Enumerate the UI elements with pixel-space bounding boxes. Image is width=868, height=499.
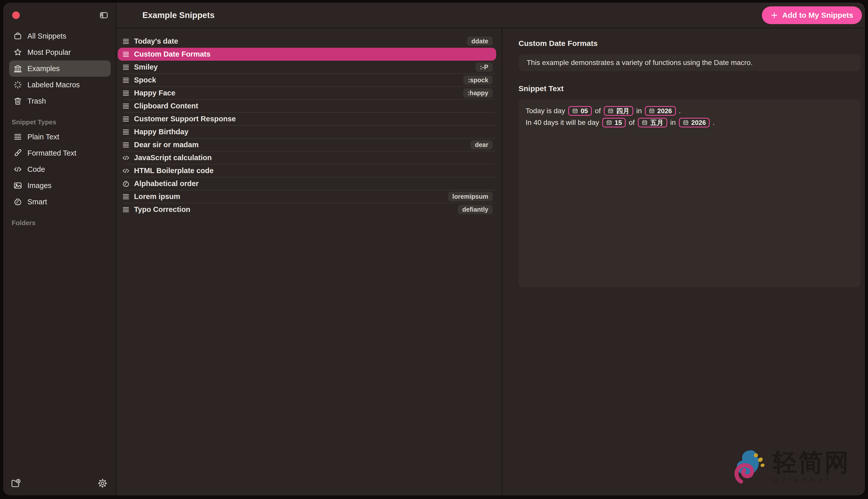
- sidebar-type-smart[interactable]: Smart: [9, 194, 111, 210]
- snippet-abbreviation-badge: loremipsum: [448, 192, 493, 201]
- snippet-row-title: JavaScript calculation: [134, 154, 212, 162]
- sidebar-item-examples[interactable]: Examples: [9, 60, 111, 77]
- date-macro-value: 05: [581, 107, 588, 115]
- snippet-row-customer-support-response[interactable]: Customer Support Response: [118, 112, 496, 125]
- date-macro-value: 四月: [616, 107, 629, 115]
- sidebar-item-most-popular[interactable]: Most Popular: [9, 44, 111, 60]
- snippet-row-title: Happy Face: [134, 89, 175, 97]
- sidebar-type-code[interactable]: Code: [9, 161, 111, 178]
- lines-icon: [13, 132, 22, 142]
- lines-icon: [122, 115, 130, 123]
- content: Today's dateddateCustom Date FormatsSmil…: [117, 28, 865, 496]
- date-macro-token: 15: [602, 118, 626, 127]
- calendar-icon: [641, 120, 648, 126]
- sidebar-item-label: Labeled Macros: [27, 81, 80, 89]
- date-macro-value: 15: [615, 119, 622, 127]
- snippet-abbreviation-badge: :-P: [476, 62, 493, 72]
- sidebar-item-label: All Snippets: [27, 32, 66, 40]
- snippet-row-title: Today's date: [134, 37, 178, 46]
- snippet-row-custom-date-formats[interactable]: Custom Date Formats: [118, 48, 496, 61]
- sidebar-types-nav: Plain TextFormatted TextCodeImagesSmart: [3, 129, 116, 210]
- app-window: All SnippetsMost PopularExamplesLabeled …: [3, 2, 865, 496]
- calendar-icon: [572, 108, 578, 114]
- date-macro-token: 2026: [679, 118, 710, 127]
- date-macro-value: 五月: [650, 118, 663, 127]
- settings-gear-icon[interactable]: [97, 478, 108, 488]
- snippet-row-lorem-ipsum[interactable]: Lorem ipsumloremipsum: [118, 190, 496, 203]
- snippet-text-box: Today is day05of四月in2026.In 40 days it w…: [518, 99, 860, 287]
- lines-icon: [122, 37, 130, 46]
- bank-icon: [13, 64, 22, 73]
- snippet-row-javascript-calculation[interactable]: JavaScript calculation: [118, 151, 496, 164]
- lines-icon: [122, 141, 130, 149]
- snippet-abbreviation-badge: :spock: [463, 75, 493, 85]
- sidebar-item-label: Images: [27, 182, 51, 190]
- brain-icon: [122, 180, 130, 188]
- snippet-abbreviation-badge: defiantly: [458, 205, 493, 214]
- titlebar: Example Snippets Add to My Snippets: [117, 2, 865, 28]
- snippet-text-segment: .: [679, 107, 681, 115]
- add-to-my-snippets-button[interactable]: Add to My Snippets: [762, 7, 862, 24]
- code-icon: [122, 154, 130, 162]
- snippet-row-html-boilerplate-code[interactable]: HTML Boilerplate code: [118, 164, 496, 177]
- date-macro-value: 2026: [657, 107, 672, 115]
- snippet-row-title: Happy Birthday: [134, 128, 188, 136]
- snippet-row-title: Alphabetical order: [134, 180, 199, 188]
- code-icon: [13, 165, 22, 174]
- add-button-label: Add to My Snippets: [782, 11, 853, 20]
- snippet-row-title: Clipboard Content: [134, 102, 198, 110]
- snippet-abbreviation-badge: :happy: [463, 88, 493, 98]
- date-macro-token: 05: [568, 106, 592, 116]
- sidebar-item-label: Examples: [27, 64, 60, 73]
- snippet-description: This example demonstrates a variety of f…: [527, 59, 753, 67]
- sidebar-type-plain-text[interactable]: Plain Text: [9, 129, 111, 145]
- main-area: Example Snippets Add to My Snippets Toda…: [117, 2, 865, 496]
- snippet-text-segment: Today is day: [526, 107, 565, 115]
- sidebar-type-images[interactable]: Images: [9, 178, 111, 194]
- date-macro-token: 五月: [638, 118, 667, 127]
- trash-icon: [13, 96, 22, 106]
- new-folder-icon[interactable]: [11, 478, 21, 488]
- lines-icon: [122, 128, 130, 136]
- date-macro-value: 2026: [692, 119, 706, 127]
- snippet-row-happy-face[interactable]: Happy Face:happy: [118, 87, 496, 99]
- code-icon: [122, 167, 130, 175]
- sidebar: All SnippetsMost PopularExamplesLabeled …: [3, 2, 117, 496]
- sidebar-type-formatted-text[interactable]: Formatted Text: [9, 145, 111, 161]
- sidebar-item-labeled-macros[interactable]: Labeled Macros: [9, 77, 111, 93]
- snippet-text-segment: in: [670, 119, 676, 127]
- image-icon: [13, 181, 22, 190]
- snippet-row-happy-birthday[interactable]: Happy Birthday: [118, 125, 496, 138]
- calendar-icon: [606, 120, 612, 126]
- star-icon: [13, 48, 22, 57]
- folders-label: Folders: [3, 219, 116, 227]
- snippet-row-spock[interactable]: Spock:spock: [118, 74, 496, 87]
- date-macro-token: 四月: [604, 106, 633, 116]
- snippet-list: Today's dateddateCustom Date FormatsSmil…: [117, 28, 502, 496]
- sidebar-item-trash[interactable]: Trash: [9, 93, 111, 109]
- sidebar-library-nav: All SnippetsMost PopularExamplesLabeled …: [3, 28, 116, 109]
- snippet-types-label: Snippet Types: [3, 118, 116, 126]
- snippet-abbreviation-badge: dear: [470, 140, 493, 149]
- lines-icon: [122, 63, 130, 71]
- sidebar-item-all-snippets[interactable]: All Snippets: [9, 28, 111, 44]
- snippet-abbreviation-badge: ddate: [467, 37, 493, 46]
- close-window-button[interactable]: [12, 11, 20, 19]
- snippet-text-label: Snippet Text: [518, 84, 860, 93]
- snippet-row-smiley[interactable]: Smiley:-P: [118, 61, 496, 74]
- snippet-text-segment: In 40 days it will be day: [526, 119, 599, 127]
- page-title: Example Snippets: [143, 10, 215, 20]
- calendar-icon: [683, 120, 689, 126]
- snippet-row-dear-sir-or-madam[interactable]: Dear sir or madamdear: [118, 138, 496, 151]
- lines-icon: [122, 206, 130, 214]
- snippet-text-line: Today is day05of四月in2026.: [526, 105, 853, 117]
- snippet-row-typo-correction[interactable]: Typo Correctiondefiantly: [118, 203, 496, 216]
- snippet-row-alphabetical-order[interactable]: Alphabetical order: [118, 177, 496, 190]
- snippet-row-title: Spock: [134, 76, 156, 84]
- snippet-row-title: Lorem ipsum: [134, 192, 180, 201]
- sidebar-toggle-icon[interactable]: [98, 11, 109, 20]
- snippet-text-segment: of: [595, 107, 601, 115]
- snippet-row-clipboard-content[interactable]: Clipboard Content: [118, 99, 496, 112]
- snippet-text-segment: in: [636, 107, 642, 115]
- snippet-row-today-s-date[interactable]: Today's dateddate: [118, 35, 496, 48]
